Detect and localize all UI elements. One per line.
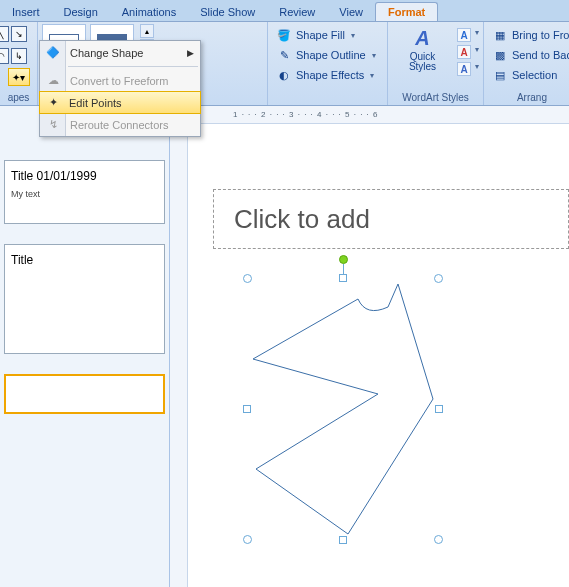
selection-pane-button[interactable]: ▤Selection	[488, 66, 569, 84]
selection-pane-icon: ▤	[492, 67, 508, 83]
wordart-A-icon: A	[411, 26, 435, 50]
freeform-shape[interactable]	[248, 279, 438, 539]
send-to-back-button[interactable]: ▩Send to Bac	[488, 46, 569, 64]
ribbon: ╲↘ ◠↳ ✦▾ apes ▲ ▼ ▾ Shape Styles 🪣Sh	[0, 22, 569, 106]
text-outline-icon[interactable]: A	[457, 45, 471, 59]
slides-panel[interactable]: Title 01/01/1999 My text Title	[0, 106, 170, 587]
quick-styles-button[interactable]: A Quick Styles	[392, 24, 453, 74]
slide-1-title: Title 01/01/1999	[11, 169, 158, 183]
bring-to-front-button[interactable]: ▦Bring to Fro	[488, 26, 569, 44]
group-arrange-label: Arrang	[488, 90, 569, 105]
slide-thumbnail-2[interactable]: Title	[4, 244, 165, 354]
title-placeholder[interactable]: Click to add	[213, 189, 569, 249]
menu-change-shape[interactable]: 🔷 Change Shape ▶	[40, 41, 200, 64]
resize-handle-t[interactable]	[339, 274, 347, 282]
resize-handle-l[interactable]	[243, 405, 251, 413]
ribbon-tabs: Insert Design Animations Slide Show Revi…	[0, 0, 569, 22]
resize-handle-tl[interactable]	[243, 274, 252, 283]
group-shapes-label: apes	[4, 90, 33, 105]
resize-handle-b[interactable]	[339, 536, 347, 544]
reroute-icon: ↯	[44, 116, 62, 134]
pencil-outline-icon: ✎	[276, 47, 292, 63]
workspace: Title 01/01/1999 My text Title 1 · · · 2…	[0, 106, 569, 587]
resize-handle-br[interactable]	[434, 535, 443, 544]
horizontal-ruler: 1 · · · 2 · · · 3 · · · 4 · · · 5 · · · …	[188, 106, 569, 124]
slide-2-title: Title	[11, 253, 158, 267]
tab-animations[interactable]: Animations	[110, 3, 188, 21]
gallery-up-button[interactable]: ▲	[140, 24, 154, 38]
slide-1-body: My text	[11, 189, 158, 199]
shape-fill-button[interactable]: 🪣Shape Fill▾	[272, 26, 383, 44]
send-back-icon: ▩	[492, 47, 508, 63]
submenu-arrow-icon: ▶	[187, 48, 194, 58]
group-wordart-label: WordArt Styles	[392, 90, 479, 105]
menu-convert-freeform: ☁ Convert to Freeform	[40, 69, 200, 92]
resize-handle-tr[interactable]	[434, 274, 443, 283]
tab-view[interactable]: View	[327, 3, 375, 21]
menu-edit-points[interactable]: ✦ Edit Points	[39, 91, 201, 114]
tab-format[interactable]: Format	[375, 2, 438, 21]
freeform-icon: ☁	[44, 72, 62, 90]
selected-shape[interactable]	[248, 279, 438, 539]
change-shape-icon: 🔷	[44, 44, 62, 62]
edit-shape-menu: 🔷 Change Shape ▶ ☁ Convert to Freeform ✦…	[39, 40, 201, 137]
slide-editor[interactable]: 1 · · · 2 · · · 3 · · · 4 · · · 5 · · · …	[188, 106, 569, 587]
slide-thumbnail-1[interactable]: Title 01/01/1999 My text	[4, 160, 165, 224]
menu-reroute-connectors: ↯ Reroute Connectors	[40, 113, 200, 136]
text-effects-icon[interactable]: A	[457, 62, 471, 76]
bring-front-icon: ▦	[492, 27, 508, 43]
edit-points-icon: ✦	[44, 94, 62, 112]
vertical-ruler	[170, 106, 188, 587]
tab-review[interactable]: Review	[267, 3, 327, 21]
edit-shape-dropdown-button[interactable]: ✦▾	[8, 68, 30, 86]
tab-slideshow[interactable]: Slide Show	[188, 3, 267, 21]
slide-thumbnail-3[interactable]	[4, 374, 165, 414]
effects-icon: ◐	[276, 67, 292, 83]
tab-insert[interactable]: Insert	[0, 3, 52, 21]
resize-handle-bl[interactable]	[243, 535, 252, 544]
paint-bucket-icon: 🪣	[276, 27, 292, 43]
shape-effects-button[interactable]: ◐Shape Effects▾	[272, 66, 383, 84]
resize-handle-r[interactable]	[435, 405, 443, 413]
slide-canvas[interactable]: Click to add	[188, 124, 569, 587]
rotate-handle[interactable]	[339, 255, 348, 264]
shape-outline-button[interactable]: ✎Shape Outline▾	[272, 46, 383, 64]
text-fill-icon[interactable]: A	[457, 28, 471, 42]
tab-design[interactable]: Design	[52, 3, 110, 21]
